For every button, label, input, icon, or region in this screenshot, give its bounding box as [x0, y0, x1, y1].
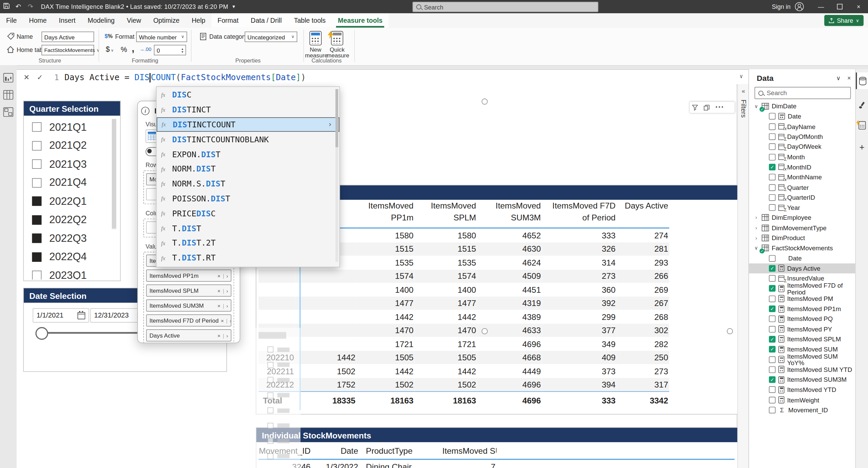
quarter-slicer-item[interactable]: 2021Q4: [24, 174, 120, 192]
field-options-icon[interactable]: ›: [226, 288, 228, 294]
field-chip[interactable]: Days Active×|›: [146, 329, 231, 342]
field-chip[interactable]: ItemsMoved PP1m×|›: [146, 270, 231, 282]
expand-icon[interactable]: ›: [754, 235, 759, 241]
remove-field-icon[interactable]: ×: [217, 302, 220, 308]
quarter-slicer-item[interactable]: 2021Q3: [24, 155, 120, 174]
autocomplete-item[interactable]: fxPOISSON.DIST: [157, 191, 339, 206]
redo-icon[interactable]: ↷: [24, 3, 37, 11]
undo-icon[interactable]: ↶: [12, 3, 24, 11]
tree-field-row[interactable]: ΣQuarter: [749, 182, 855, 193]
formula-bar-expand-icon[interactable]: ∨: [740, 73, 743, 79]
field-checkbox[interactable]: [769, 204, 776, 211]
share-button[interactable]: Share ∨: [824, 15, 864, 26]
checkbox[interactable]: [32, 252, 42, 262]
field-options-icon[interactable]: ›: [230, 317, 231, 323]
tab-view[interactable]: View: [121, 13, 147, 28]
field-checkbox[interactable]: ✓: [769, 336, 776, 343]
tree-field-row[interactable]: ✓ItemsMoved PP1m: [749, 304, 855, 314]
checkbox[interactable]: [32, 123, 42, 132]
formula-text[interactable]: Days Active = DISCOUNT(FactStockMovement…: [65, 72, 306, 82]
table-row[interactable]: 140014004451360269: [259, 283, 669, 296]
autocomplete-scrollbar[interactable]: [335, 89, 338, 262]
autocomplete-item[interactable]: fxNORM.DIST: [157, 162, 339, 177]
decimal-places-icon[interactable]: →.00: [140, 47, 152, 52]
autocomplete-item[interactable]: fxNORM.S.DIST: [157, 176, 339, 191]
quick-measure-pane-icon[interactable]: [856, 117, 868, 133]
table-row[interactable]: 157415744509273266: [259, 269, 669, 283]
remove-field-icon[interactable]: ×: [217, 332, 220, 338]
tree-field-row[interactable]: ΣMovement_ID: [749, 405, 855, 415]
autocomplete-item[interactable]: fxT.DIST.2T: [157, 236, 339, 251]
field-options-icon[interactable]: ›: [226, 332, 228, 338]
save-icon[interactable]: [0, 2, 12, 11]
tab-modeling[interactable]: Modeling: [82, 13, 121, 28]
close-button[interactable]: ×: [849, 0, 868, 13]
checkbox[interactable]: [32, 178, 42, 187]
calendar-icon[interactable]: [77, 312, 85, 319]
field-checkbox[interactable]: ✓: [769, 346, 776, 353]
quarter-slicer-item[interactable]: 2022Q4: [24, 248, 120, 266]
tab-insert[interactable]: Insert: [53, 13, 82, 28]
tree-field-row[interactable]: ✓fxMonthID: [749, 162, 855, 172]
tree-field-row[interactable]: ΣDayOfWeek: [749, 142, 855, 152]
expand-filters-icon[interactable]: «: [738, 87, 749, 94]
home-table-select[interactable]: FactStockMovements∨: [41, 45, 94, 55]
tree-field-row[interactable]: Date: [749, 253, 855, 263]
column-header[interactable]: Days Active: [617, 200, 669, 228]
tab-table-tools[interactable]: Table tools: [288, 13, 332, 28]
field-checkbox[interactable]: ✓: [769, 164, 776, 170]
thousands-separator-button[interactable]: ,: [132, 43, 135, 54]
field-checkbox[interactable]: [769, 397, 776, 403]
field-checkbox[interactable]: [769, 113, 776, 120]
expand-icon[interactable]: ∨: [754, 245, 759, 251]
dax-formula-bar[interactable]: ✕ ✓ 1 Days Active = DISCOUNT(FactStockMo…: [17, 69, 748, 85]
field-checkbox[interactable]: [769, 386, 776, 393]
field-checkbox[interactable]: [769, 154, 776, 160]
field-checkbox[interactable]: [769, 174, 776, 181]
more-options-icon[interactable]: ···: [715, 102, 724, 112]
field-checkbox[interactable]: ✓: [769, 376, 776, 383]
checkbox[interactable]: [32, 197, 42, 206]
field-checkbox[interactable]: [769, 144, 776, 150]
add-pane-icon[interactable]: +: [856, 139, 868, 156]
quarter-slicer-item[interactable]: 2021Q1: [24, 118, 120, 137]
field-checkbox[interactable]: [769, 295, 776, 302]
expand-icon[interactable]: ›: [754, 215, 759, 220]
tree-table-row[interactable]: ›DimProduct: [749, 233, 855, 243]
field-checkbox[interactable]: [769, 316, 776, 322]
field-chip[interactable]: ItemsMoved SUM3M×|›: [146, 300, 231, 312]
field-checkbox[interactable]: [769, 407, 776, 414]
autocomplete-item[interactable]: fxDISC: [157, 87, 339, 102]
checkbox[interactable]: [32, 160, 42, 169]
expand-icon[interactable]: ›: [754, 225, 759, 231]
new-measure-button[interactable]: New measure: [305, 31, 326, 58]
field-checkbox[interactable]: [769, 356, 776, 363]
autocomplete-item[interactable]: fxT.DIST: [157, 221, 339, 236]
selection-handle-top[interactable]: [482, 98, 488, 105]
column-header[interactable]: ProductType: [359, 442, 442, 460]
selection-handle-corner[interactable]: [727, 328, 733, 334]
commit-formula-icon[interactable]: ✓: [33, 73, 47, 81]
quarter-slicer-item[interactable]: 2023Q1: [24, 266, 120, 280]
tree-field-row[interactable]: ΣMonth: [749, 152, 855, 162]
remove-field-icon[interactable]: ×: [221, 317, 224, 323]
filter-icon[interactable]: [692, 104, 698, 110]
tree-field-row[interactable]: ItemsMoved SUM YoY%: [749, 355, 855, 365]
field-checkbox[interactable]: [769, 123, 776, 130]
account-avatar[interactable]: [795, 2, 804, 11]
tab-format[interactable]: Format: [211, 13, 245, 28]
checkbox[interactable]: [32, 141, 42, 150]
cancel-formula-icon[interactable]: ✕: [20, 73, 33, 81]
column-header[interactable]: ItemsMoved SUM: [442, 442, 497, 460]
field-chip[interactable]: ItemsMoved SPLM×|›: [146, 285, 231, 297]
quick-measure-button[interactable]: Quick measure: [326, 31, 348, 58]
percent-format-button[interactable]: %: [121, 46, 127, 54]
table-row[interactable]: 32461/3/2022Dining Chair7: [259, 459, 734, 468]
tab-measure-tools[interactable]: Measure tools: [332, 13, 389, 28]
table-row[interactable]: 2022111502144214424449373273: [259, 364, 669, 378]
field-checkbox[interactable]: [769, 184, 776, 191]
column-header[interactable]: Date: [312, 442, 359, 460]
field-options-icon[interactable]: ›: [226, 302, 228, 308]
autocomplete-item[interactable]: fxT.DIST.RT: [157, 251, 339, 266]
info-icon[interactable]: i: [141, 107, 149, 115]
